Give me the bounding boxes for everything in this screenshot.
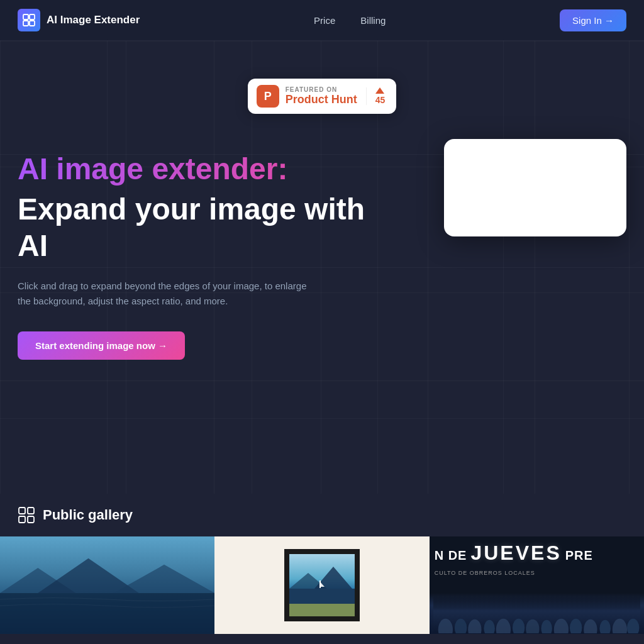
product-hunt-badge[interactable]: P FEATURED ON Product Hunt 45: [248, 79, 397, 114]
gallery-section: Public gallery: [0, 494, 644, 634]
hero-right: [444, 139, 626, 236]
gallery-header: Public gallery: [0, 506, 644, 524]
svg-rect-18: [289, 589, 355, 604]
gallery-title: Public gallery: [43, 507, 133, 523]
hero-content: AI image extender: Expand your image wit…: [18, 152, 626, 360]
product-hunt-badge-container: P FEATURED ON Product Hunt 45: [18, 79, 626, 114]
svg-rect-2: [23, 21, 28, 26]
svg-rect-3: [30, 21, 35, 26]
signin-button[interactable]: Sign In →: [560, 9, 626, 31]
ph-featured-label: FEATURED ON: [286, 86, 357, 93]
ph-upvote-triangle: [375, 87, 384, 94]
hero-title-line2: AI: [18, 229, 48, 262]
crowd-area: [430, 593, 644, 634]
gallery-grid-icon: [18, 506, 35, 524]
navbar: AI Image Extender Price Billing Sign In …: [0, 0, 644, 41]
jueves-sublabel: CULTO DE OBREROS LOCALES: [435, 570, 535, 576]
brand: AI Image Extender: [18, 9, 140, 31]
svg-rect-5: [28, 508, 34, 514]
brand-name: AI Image Extender: [47, 14, 140, 26]
nav-billing[interactable]: Billing: [360, 15, 386, 26]
cta-button[interactable]: Start extending image now →: [18, 331, 185, 360]
ph-product-name: Product Hunt: [286, 93, 357, 106]
nav-price[interactable]: Price: [314, 15, 335, 26]
hero-description: Click and drag to expand beyond the edge…: [18, 279, 319, 309]
grid-line-h3: [0, 380, 644, 381]
navbar-links: Price Billing: [314, 15, 386, 26]
svg-rect-4: [19, 508, 25, 514]
gallery-grid: N DE JUEVES PRE CULTO DE OBREROS LOCALES: [0, 536, 644, 634]
gallery-item-landscape[interactable]: [0, 536, 214, 634]
svg-rect-7: [28, 516, 34, 523]
product-hunt-text: FEATURED ON Product Hunt: [286, 86, 357, 106]
svg-rect-19: [289, 604, 355, 616]
frame-inner: [284, 549, 360, 621]
logo-icon: [22, 13, 36, 27]
ph-vote-section: 45: [366, 87, 386, 105]
gallery-item-jueves[interactable]: N DE JUEVES PRE CULTO DE OBREROS LOCALES: [430, 536, 644, 634]
ph-vote-count: 45: [375, 95, 386, 105]
product-hunt-icon: P: [257, 85, 279, 108]
jueves-main: JUEVES: [470, 541, 561, 565]
crowd-svg: [433, 596, 640, 633]
jueves-prefix: N DE: [435, 548, 467, 563]
brand-logo: [18, 9, 40, 31]
svg-rect-0: [23, 14, 28, 19]
hero-left: AI image extender: Expand your image wit…: [18, 152, 370, 360]
landscape-svg: [0, 536, 214, 634]
framed-art-svg: [289, 554, 355, 616]
jueves-background: N DE JUEVES PRE CULTO DE OBREROS LOCALES: [430, 536, 644, 634]
hero-title-gradient: AI image extender:: [18, 152, 370, 186]
svg-rect-1: [30, 14, 35, 19]
svg-rect-6: [19, 516, 25, 523]
gallery-item-framed-art[interactable]: [214, 536, 429, 634]
jueves-suffix: PRE: [565, 548, 593, 563]
hero-title-line1: Expand your image with: [18, 192, 365, 226]
hero-section: P FEATURED ON Product Hunt 45 AI image e…: [0, 41, 644, 494]
image-preview-box: [444, 139, 626, 236]
hero-title-white: Expand your image with AI: [18, 191, 370, 264]
